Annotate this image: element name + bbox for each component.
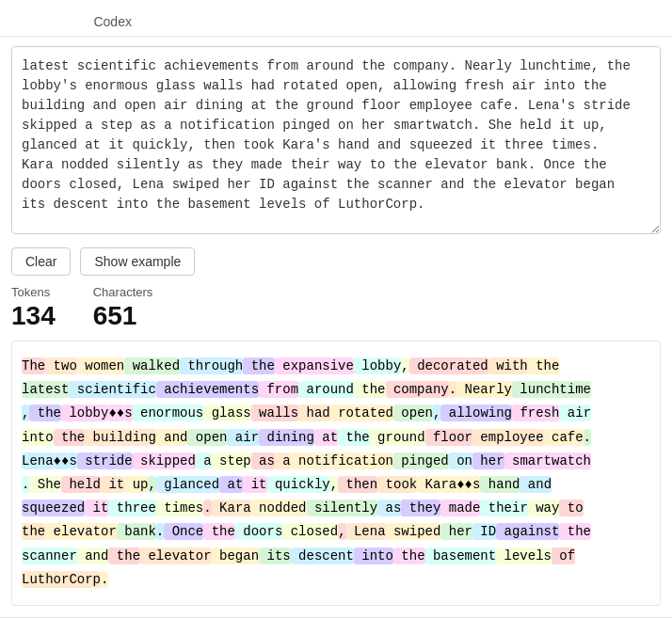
token: elevator (140, 548, 212, 564)
token: their (480, 500, 527, 516)
token: doors (235, 523, 282, 540)
token: building (85, 429, 156, 446)
token: levels (496, 548, 552, 564)
token: three (108, 500, 155, 516)
token: , (338, 523, 345, 540)
token: scientific (69, 381, 155, 398)
token: the (338, 429, 370, 446)
token: employee (472, 429, 544, 446)
token: enormous (133, 405, 204, 421)
token: skipped (133, 452, 196, 469)
token: notification (291, 452, 393, 469)
token: quickly (267, 476, 330, 493)
token: glass (203, 405, 250, 421)
tab-gpt3[interactable]: GPT-3 (11, 8, 75, 36)
token: latest (22, 381, 69, 398)
token: with (488, 357, 528, 374)
token: open (187, 429, 227, 446)
token: s (69, 452, 76, 469)
tokens-stat: Tokens 134 (11, 285, 56, 331)
token: air (227, 429, 259, 446)
token: the (22, 523, 45, 540)
token: Kara (417, 476, 456, 493)
token: up (124, 476, 148, 493)
token: a (196, 452, 212, 469)
token: silently (307, 500, 378, 516)
textarea-wrapper (11, 46, 661, 238)
token: scanner (22, 548, 77, 564)
token: smartwatch (504, 452, 591, 469)
token: lobby (354, 357, 401, 374)
show-example-button[interactable]: Show example (80, 247, 195, 276)
token: had (298, 405, 330, 421)
token: expansive (275, 357, 354, 374)
token: they (401, 500, 440, 516)
token: through (180, 357, 243, 374)
token: the (354, 381, 386, 398)
token: . (101, 571, 108, 588)
token: the (54, 429, 86, 446)
token: into (354, 548, 393, 564)
token: , (330, 476, 338, 493)
token: bank (117, 523, 156, 540)
token: decorated (409, 357, 488, 374)
token: stride (77, 452, 133, 469)
token: swiped (386, 523, 441, 540)
token: lobby (61, 405, 108, 421)
token: two (45, 357, 77, 374)
token: step (212, 452, 251, 469)
token: made (440, 500, 480, 516)
token: descent (291, 548, 354, 564)
token-display: The two women walked through the expansi… (11, 341, 661, 606)
token: fresh (512, 405, 559, 421)
token: the (393, 548, 425, 564)
token: s (124, 405, 132, 421)
token: against (496, 523, 559, 540)
token: as (251, 452, 275, 469)
token: rotated (330, 405, 393, 421)
text-input[interactable] (11, 46, 661, 234)
tokens-value: 134 (11, 301, 56, 331)
token: it (85, 500, 108, 516)
tab-codex[interactable]: Codex (79, 8, 145, 36)
token: her (440, 523, 472, 540)
token: ground (370, 429, 425, 446)
token: glanced (156, 476, 219, 493)
clear-button[interactable]: Clear (11, 247, 71, 276)
token: it (101, 476, 124, 493)
token: basement (425, 548, 497, 564)
token: the (243, 357, 275, 374)
token: times (156, 500, 203, 516)
token: at (219, 476, 243, 493)
token: then (338, 476, 377, 493)
token: . (203, 500, 211, 516)
token: the (559, 523, 591, 540)
token: a (275, 452, 291, 469)
token: nodded (251, 500, 307, 516)
token: the (203, 523, 235, 540)
token: way (528, 500, 560, 516)
token: around (298, 381, 354, 398)
token: Lena (22, 452, 54, 469)
token: air (559, 405, 591, 421)
token: ♦♦ (108, 405, 124, 421)
token: squeezed (22, 500, 85, 516)
token: . (584, 429, 591, 446)
token: the (29, 405, 61, 421)
token: cafe (544, 429, 584, 446)
token: of (552, 548, 575, 564)
token: The (22, 357, 45, 374)
token: as (377, 500, 401, 516)
token: her (472, 452, 504, 469)
token: company (386, 381, 449, 398)
token: and (77, 548, 109, 564)
token: the (528, 357, 560, 374)
token: it (243, 476, 266, 493)
token: the (108, 548, 140, 564)
token: took (377, 476, 417, 493)
token: LuthorCorp (22, 571, 101, 588)
token: open (393, 405, 433, 421)
token: ID (472, 523, 496, 540)
token: , (148, 476, 155, 493)
token: allowing (440, 405, 512, 421)
